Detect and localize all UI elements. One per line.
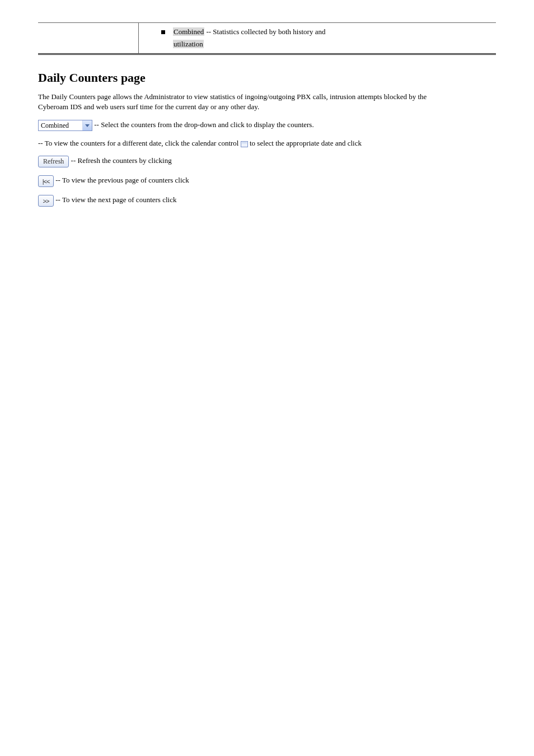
table-cell-right: Combined -- Statistics collected by both…	[139, 23, 496, 53]
control-desc: -- Refresh the counters by clicking	[71, 157, 172, 165]
chevron-down-icon	[85, 124, 90, 127]
control-row-dropdown: Combined -- Select the counters from the…	[38, 120, 496, 131]
bullet-term: Combined	[173, 27, 204, 36]
next-button-label: >>	[43, 198, 49, 204]
intro-paragraph: The Daily Counters page allows the Admin…	[38, 92, 430, 112]
next-page-button[interactable]: >>	[38, 195, 54, 207]
control-row-next: >> -- To view the next page of counters …	[38, 195, 496, 207]
control-desc: -- To view the counters for a different …	[38, 139, 238, 147]
prev-page-button[interactable]: |<<	[38, 175, 54, 187]
refresh-button[interactable]: Refresh	[38, 156, 69, 167]
table-row: Combined -- Statistics collected by both…	[38, 22, 496, 55]
control-row-prev: |<< -- To view the previous page of coun…	[38, 175, 496, 187]
control-desc: -- To view the previous page of counters…	[55, 176, 189, 185]
calendar-icon[interactable]	[241, 141, 248, 147]
control-desc-suffix: to display the counters.	[246, 120, 314, 129]
prev-button-label: |<<	[43, 178, 50, 185]
counters-dropdown[interactable]: Combined	[38, 120, 92, 131]
control-row-refresh: Refresh -- Refresh the counters by click…	[38, 156, 496, 167]
bullet-sub-term: utilization	[173, 40, 204, 48]
control-row-date: -- To view the counters for a different …	[38, 139, 496, 148]
refresh-button-label: Refresh	[43, 157, 64, 166]
dropdown-arrow-button[interactable]	[82, 120, 92, 130]
table-cell-left	[38, 23, 139, 53]
control-desc: -- Select the counters from the drop-dow…	[94, 120, 245, 129]
control-desc-suffix: to select the appropriate date and click	[250, 139, 362, 147]
section-heading: Daily Counters page	[38, 71, 496, 85]
square-bullet-icon	[161, 30, 165, 34]
bullet-description: -- Statistics collected by both history …	[206, 27, 325, 36]
control-desc: -- To view the next page of counters cli…	[55, 196, 176, 204]
dropdown-value: Combined	[39, 120, 82, 130]
